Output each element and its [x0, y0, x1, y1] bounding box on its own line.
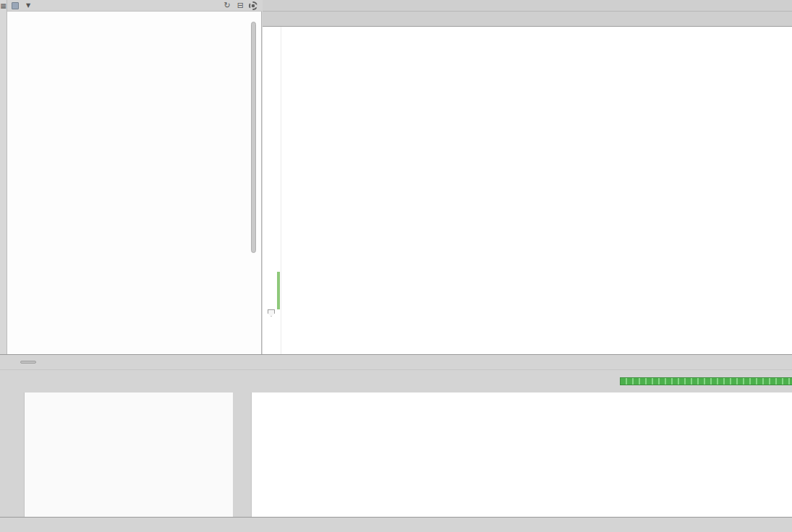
- run-tool-window: [0, 354, 792, 517]
- status-bar: [0, 517, 792, 532]
- project-view-icon: [12, 2, 19, 9]
- settings-gear-icon[interactable]: [249, 1, 257, 10]
- code-editor[interactable]: [263, 27, 792, 354]
- test-progress-bar: [620, 377, 792, 385]
- project-panel-header: ▼ ↻ ⊟: [7, 0, 262, 12]
- chevron-down-icon[interactable]: ▼: [26, 2, 30, 9]
- fold-marker-icon[interactable]: [268, 309, 275, 317]
- console-toolbar: [233, 392, 252, 517]
- project-tree: [7, 12, 262, 354]
- run-panel-header: [0, 355, 792, 370]
- run-tab-apptests[interactable]: [20, 361, 36, 364]
- editor-tab-row-1: [263, 0, 792, 12]
- run-left-toolbar: [7, 392, 25, 517]
- sync-icon[interactable]: ↻: [223, 1, 232, 10]
- console-output[interactable]: [252, 392, 792, 517]
- editor-tab-row-2: [263, 12, 792, 27]
- code-area[interactable]: [281, 27, 792, 354]
- run-content: [7, 392, 792, 517]
- vcs-change-bar: [277, 272, 280, 309]
- project-tree-scrollbar[interactable]: [251, 22, 256, 253]
- project-tool-window-button[interactable]: ▦: [0, 2, 7, 9]
- run-toolbar: [0, 370, 792, 392]
- test-results-tree: [25, 392, 233, 517]
- editor-gutter: [263, 27, 281, 354]
- collapse-all-icon[interactable]: ⊟: [236, 1, 245, 10]
